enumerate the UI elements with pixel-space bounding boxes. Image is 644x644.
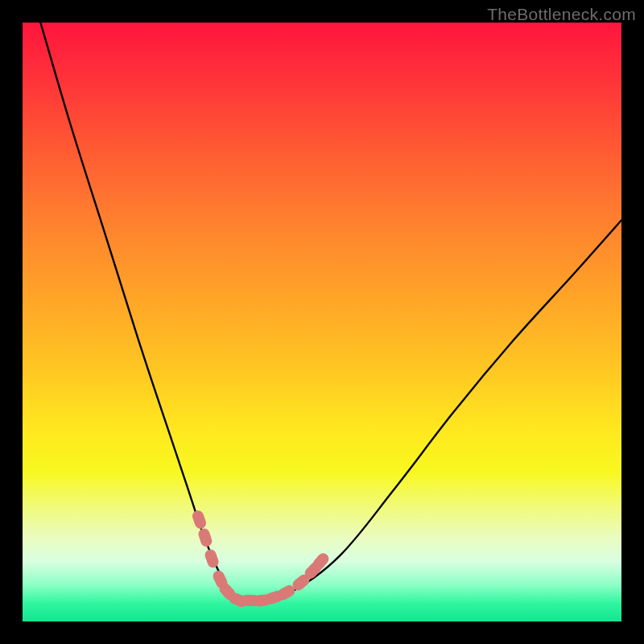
bottleneck-curve: [40, 23, 621, 601]
highlight-markers: [192, 510, 331, 608]
highlight-marker: [192, 510, 207, 530]
curve-layer: [23, 23, 621, 621]
plot-area: [23, 23, 621, 621]
chart-frame: TheBottleneck.com: [0, 0, 644, 644]
highlight-marker: [197, 527, 213, 547]
highlight-marker: [204, 548, 220, 568]
watermark-text: TheBottleneck.com: [487, 5, 636, 24]
